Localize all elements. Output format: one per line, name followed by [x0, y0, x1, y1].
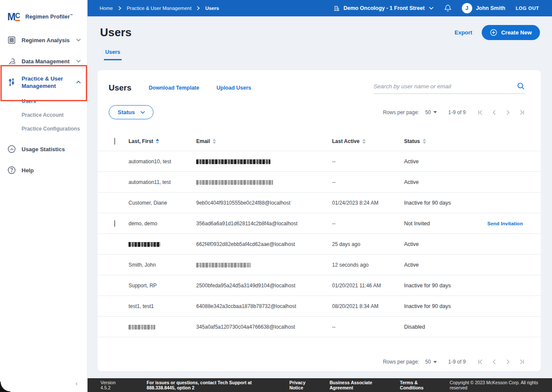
sort-icon	[362, 139, 366, 144]
pagination-range: 1-9 of 9	[448, 109, 466, 115]
sidebar-item-label: Usage Statistics	[22, 146, 81, 153]
footer-copyright: Copyright © 2023 McKesson Corp. All righ…	[450, 380, 539, 390]
first-page-icon[interactable]	[477, 109, 484, 116]
breadcrumb-home[interactable]: Home	[100, 6, 113, 11]
sidebar-item-usage-statistics[interactable]: Usage Statistics	[0, 142, 87, 156]
table-row[interactable]: 345a0af5a120730c04a4766638@localhost -- …	[97, 317, 541, 337]
create-new-button[interactable]: Create New	[482, 25, 540, 40]
chevron-down-icon	[76, 38, 81, 42]
sidebar-item-label: Practice & User Management	[22, 75, 76, 90]
cell-status: Active	[404, 241, 484, 247]
rows-per-page-select[interactable]: 50	[425, 359, 437, 365]
last-page-icon[interactable]	[518, 109, 525, 116]
tab-users[interactable]: Users	[104, 49, 122, 60]
sidebar-subitem-practice-account[interactable]: Practice Account	[0, 108, 87, 122]
bar-chart-circle-icon	[7, 145, 16, 153]
table-row[interactable]: 662f4f0932d82ebb5af4cd62aae@localhost 25…	[97, 234, 541, 255]
sort-icon	[213, 139, 216, 144]
previous-page-icon[interactable]	[491, 358, 498, 365]
notifications-bell-icon[interactable]	[444, 4, 452, 12]
trademark: ™	[70, 14, 73, 17]
breadcrumb-practice-user-management[interactable]: Practice & User Management	[127, 6, 191, 11]
sidebar-collapse-icon[interactable]: ‹	[75, 380, 78, 386]
sort-icon	[156, 139, 159, 144]
main-area: Home Practice & User Management Users	[88, 0, 552, 392]
logout-button[interactable]: LOG OUT	[516, 6, 539, 11]
footer-baa-link[interactable]: Business Associate Agreement	[329, 380, 386, 390]
status-filter-dropdown[interactable]: Status	[109, 105, 154, 119]
table-row[interactable]: Support, RP 2500bfeda95a24d5a3149d9104@l…	[97, 275, 541, 296]
next-page-icon[interactable]	[505, 109, 511, 116]
avatar: J	[462, 3, 472, 13]
search-input[interactable]	[373, 83, 517, 90]
content-area: Users Download Template Upload Users Sta…	[88, 60, 552, 378]
sidebar-item-practice-user-management[interactable]: Practice & User Management	[0, 75, 87, 90]
breadcrumb-users: Users	[205, 6, 219, 11]
cell-name-redacted	[129, 241, 196, 247]
last-page-icon[interactable]	[518, 358, 525, 365]
user-menu[interactable]: J John Smith	[462, 3, 505, 13]
cell-status: Not Invited	[404, 221, 484, 227]
column-header-last-active[interactable]: Last Active	[332, 138, 404, 144]
pagination-range: 1-9 of 9	[448, 359, 466, 365]
cell-status: Active	[404, 179, 484, 185]
tab-bar: Users	[100, 49, 540, 60]
status-filter-label: Status	[118, 109, 135, 115]
logo-letter-m: M	[7, 12, 16, 21]
table-row[interactable]: demo, demo 356ad6a6a91d1d628114c2b8f4a@l…	[97, 213, 541, 234]
sidebar-subitem-practice-configurations[interactable]: Practice Configurations	[0, 122, 87, 136]
page-title: Users	[100, 26, 132, 39]
table-row[interactable]: automation11, test -- Active	[97, 172, 541, 193]
rows-per-page-label: Rows per page:	[383, 359, 419, 365]
rows-per-page-select[interactable]: 50	[425, 109, 437, 115]
cell-name: automation11, test	[129, 179, 196, 185]
cell-email-redacted	[196, 159, 332, 165]
table-row[interactable]: test1, test1 64088e342a3ccbaa1878b78732@…	[97, 296, 541, 317]
help-icon	[7, 166, 16, 174]
table-row[interactable]: Smith, John 12 seconds ago Active	[97, 255, 541, 275]
cell-name: Support, RP	[129, 283, 196, 289]
upload-users-link[interactable]: Upload Users	[216, 85, 251, 91]
rows-per-page-value: 50	[425, 109, 431, 115]
users-table: Last, First Email Last Active Status	[97, 131, 541, 337]
create-new-label: Create New	[501, 29, 532, 36]
cell-name: test1, test1	[129, 303, 196, 309]
footer-privacy-notice-link[interactable]: Privacy Notice	[289, 380, 315, 390]
search-icon[interactable]	[517, 82, 525, 90]
breadcrumb: Home Practice & User Management Users	[100, 6, 219, 11]
footer-terms-link[interactable]: Terms & Conditions	[400, 380, 435, 390]
sidebar-subitem-users[interactable]: Users	[0, 94, 87, 108]
send-invitation-link[interactable]: Send Invitation	[487, 221, 523, 226]
cell-last-active: 01/24/2023 8:24 AM	[332, 200, 404, 206]
rows-per-page-value: 50	[425, 359, 431, 365]
filter-row: Status Rows per page: 50 1-9 of 9	[97, 94, 541, 119]
previous-page-icon[interactable]	[491, 109, 498, 116]
table-row[interactable]: Customer, Diane 9eb0c404f9310555be0c24f8…	[97, 193, 541, 213]
redacted-text	[196, 159, 270, 164]
cell-last-active: 12 seconds ago	[332, 262, 404, 268]
practice-selector[interactable]: Demo Oncology - 1 Front Street	[334, 5, 433, 11]
sidebar-item-regimen-analysis[interactable]: Regimen Analysis	[0, 33, 87, 47]
sidebar-item-help[interactable]: Help	[0, 163, 87, 177]
select-all-checkbox[interactable]	[114, 138, 115, 145]
grid-icon	[7, 36, 16, 44]
practice-selector-label: Demo Oncology - 1 Front Street	[343, 5, 424, 11]
cell-email-redacted	[196, 262, 332, 268]
column-header-email[interactable]: Email	[196, 138, 332, 144]
next-page-icon[interactable]	[505, 358, 511, 365]
tools-chart-icon	[7, 57, 16, 65]
export-button[interactable]: Export	[455, 29, 472, 36]
first-page-icon[interactable]	[477, 358, 484, 365]
column-header-status[interactable]: Status	[404, 138, 484, 144]
logo-orange-bar	[15, 20, 20, 21]
chevron-down-icon	[76, 59, 81, 63]
table-row[interactable]: automation10, test -- Active	[97, 151, 541, 172]
column-header-name[interactable]: Last, First	[129, 138, 196, 144]
cell-email: 64088e342a3ccbaa1878b78732@localhost	[196, 303, 332, 309]
sidebar-item-data-management[interactable]: Data Management	[0, 54, 87, 68]
chevron-up-icon	[76, 81, 81, 84]
row-checkbox[interactable]	[114, 220, 115, 227]
cell-last-active: --	[332, 221, 404, 227]
download-template-link[interactable]: Download Template	[149, 85, 199, 91]
chevron-right-icon	[197, 6, 200, 10]
